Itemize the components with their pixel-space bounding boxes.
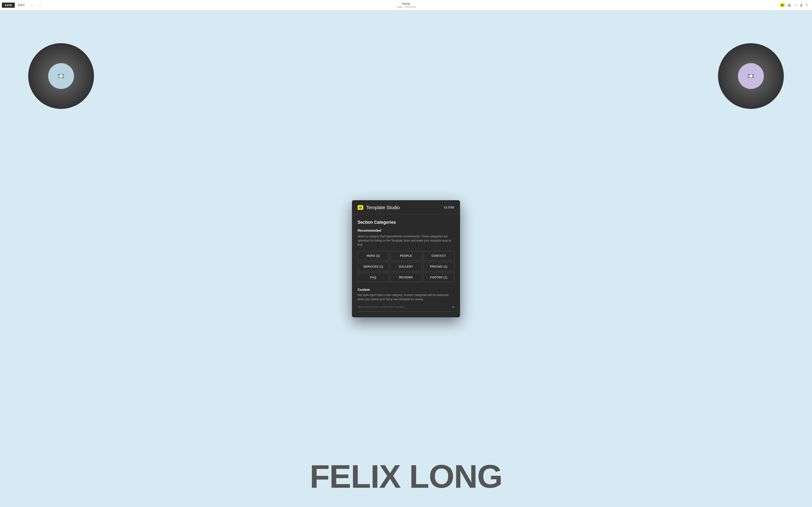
toolbar: SAVE EXIT ← → Home Page · Published sk ▣…: [0, 0, 406, 10]
toolbar-center: Home Page · Published: [396, 2, 406, 8]
toolbar-left: SAVE EXIT ← →: [0, 2, 43, 8]
modal-overlay: sk Template Studio CLOSE Section Categor…: [0, 10, 406, 253]
undo-button[interactable]: ←: [29, 2, 36, 8]
section-categories-title: Section Categories: [358, 220, 406, 225]
recommended-description: Select a category that SquareKicker reco…: [358, 234, 406, 247]
redo-button[interactable]: →: [36, 2, 43, 8]
undo-redo-group: ← →: [28, 2, 43, 8]
modal-body: Section Categories Recommended Select a …: [352, 214, 406, 254]
page-status: Page · Published: [396, 5, 406, 8]
categories-grid: HERO (1)PEOPLECONTACTSERVICES (1)GALLERY…: [358, 251, 406, 254]
template-studio-modal: sk Template Studio CLOSE Section Categor…: [352, 200, 406, 254]
modal-sk-logo: sk: [358, 205, 363, 210]
save-button[interactable]: SAVE: [2, 3, 15, 8]
modal-header-left: sk Template Studio: [358, 205, 400, 210]
recommended-title: Recommended: [358, 229, 406, 232]
modal-title: Template Studio: [366, 205, 400, 210]
modal-header: sk Template Studio CLOSE: [352, 200, 406, 214]
category-button-people[interactable]: PEOPLE: [390, 251, 406, 254]
main-content: FELIX LONG FELIX LONG FELIX LONG sk Temp: [0, 10, 406, 253]
page-title: Home: [396, 2, 406, 5]
exit-button[interactable]: EXIT: [16, 2, 27, 8]
category-button-hero[interactable]: HERO (1): [358, 251, 389, 254]
